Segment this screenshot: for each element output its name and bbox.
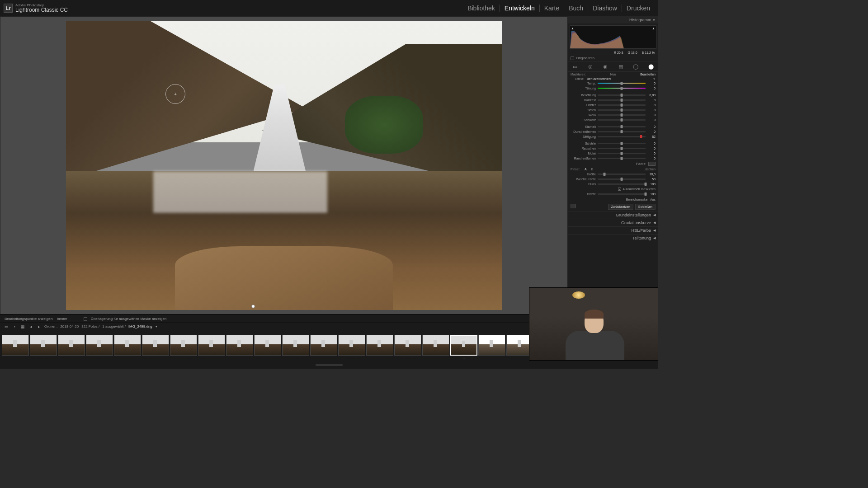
slider-dunst-entfernen[interactable]: Dunst entfernen0: [568, 129, 658, 134]
close-button[interactable]: Schließen: [635, 204, 656, 210]
panel-teiltonung[interactable]: Teiltonung◀: [568, 234, 658, 242]
color-row: Farbe: [568, 161, 658, 167]
thumbnail[interactable]: [2, 335, 29, 356]
thumbnail[interactable]: [226, 335, 253, 356]
brush-b-button[interactable]: B: [591, 168, 594, 171]
brush-cursor-icon: [165, 84, 185, 104]
panel-gradationskurve[interactable]: Gradationskurve◀: [568, 219, 658, 226]
automask-row[interactable]: ✓ Automatisch maskieren: [568, 187, 658, 192]
slider-weiche-kante[interactable]: Weiche Kante50: [568, 177, 658, 182]
thumbnail[interactable]: [198, 335, 225, 356]
thumbnail[interactable]: [30, 335, 57, 356]
radial-tool-icon[interactable]: ◯: [632, 63, 639, 70]
thumbnail[interactable]: [366, 335, 393, 356]
chevron-down-icon[interactable]: ▼: [155, 325, 158, 328]
effect-selector[interactable]: Effekt: Benutzerdefiniert ▼: [568, 77, 658, 81]
reset-button[interactable]: Zurücksetzen: [608, 204, 633, 210]
slider-kontrast[interactable]: Kontrast0: [568, 98, 658, 103]
mask-new-button[interactable]: Neu: [610, 73, 616, 76]
chevron-down-icon: ▼: [652, 19, 656, 22]
develop-panel: Histogramm ▼ ▲ ▲ R 20,8 G 18,0 B 11,2 % …: [568, 16, 658, 314]
thumbnail[interactable]: [282, 335, 309, 356]
panel-hsl-farbe[interactable]: HSL/Farbe◀: [568, 226, 658, 234]
current-filename: IMG_2499.dng: [128, 324, 152, 328]
slider-rauschen[interactable]: Rauschen0: [568, 146, 658, 151]
nav-diashow[interactable]: Diashow: [588, 5, 622, 12]
thumbnail[interactable]: [114, 335, 141, 356]
checkbox-icon[interactable]: [571, 56, 574, 60]
overlay-label: Überlagerung für ausgewählte Maske anzei…: [91, 317, 167, 321]
nav-buch[interactable]: Buch: [564, 5, 588, 12]
chevron-left-icon: ◀: [653, 221, 656, 225]
canvas-area[interactable]: [0, 16, 568, 314]
nav-entwickeln[interactable]: Entwickeln: [500, 5, 539, 12]
slider-wei-[interactable]: Weiß0: [568, 113, 658, 117]
module-nav: BibliothekEntwickelnKarteBuchDiashowDruc…: [463, 5, 655, 12]
slider-belichtung[interactable]: Belichtung0,00: [568, 93, 658, 98]
brush-erase-button[interactable]: Löschen: [644, 168, 656, 171]
slider-klarheit[interactable]: Klarheit0: [568, 124, 658, 129]
brush-tool-icon[interactable]: ⬤: [647, 63, 655, 70]
slider-fluss[interactable]: Fluss100: [568, 182, 658, 187]
slider-moir-[interactable]: Moiré0: [568, 151, 658, 156]
thumbnail[interactable]: [254, 335, 281, 356]
slider-t-nung[interactable]: Tönung0: [568, 86, 658, 91]
thumbnail[interactable]: [338, 335, 365, 356]
thumbnail[interactable]: [478, 335, 505, 356]
slider-gr--e[interactable]: Größe10,0: [568, 172, 658, 177]
top-bar: Lr Adobe Photoshop Lightroom Classic CC …: [0, 0, 658, 16]
panel-grundeinstellungen[interactable]: Grundeinstellungen◀: [568, 211, 658, 219]
crop-tool-icon[interactable]: ▭: [571, 63, 579, 70]
thumbnail[interactable]: [310, 335, 337, 356]
thumbnail[interactable]: [450, 335, 477, 356]
main-window-icon[interactable]: ▭: [4, 324, 9, 329]
edit-pins-value[interactable]: Immer: [57, 317, 67, 321]
nav-prev-icon[interactable]: ◂: [28, 324, 33, 329]
histogram-readout: R 20,8 G 18,0 B 11,2 %: [568, 51, 658, 55]
slider-dichte[interactable]: Dichte100: [568, 192, 658, 197]
redeye-tool-icon[interactable]: ◉: [602, 63, 609, 70]
toggle-icon[interactable]: [571, 204, 576, 208]
thumbnail[interactable]: [58, 335, 85, 356]
slider-sch-rfe[interactable]: Schärfe0: [568, 141, 658, 146]
brush-a-button[interactable]: A: [585, 168, 587, 171]
slider-s-ttigung[interactable]: Sättigung82: [568, 134, 658, 139]
histogram-header[interactable]: Histogramm ▼: [568, 16, 658, 23]
histogram[interactable]: ▲ ▲: [570, 25, 656, 49]
grid-icon[interactable]: ▦: [20, 324, 25, 329]
clip-highlights-icon[interactable]: ▲: [652, 27, 655, 30]
logo-mark-icon: Lr: [4, 4, 13, 13]
photo-preview[interactable]: [66, 21, 502, 310]
resize-handle-icon[interactable]: [316, 364, 343, 366]
nav-next-icon[interactable]: ▸: [36, 324, 42, 329]
app-logo: Lr Adobe Photoshop Lightroom Classic CC: [4, 4, 68, 13]
nav-bibliothek[interactable]: Bibliothek: [463, 5, 500, 12]
checkbox-icon[interactable]: ✓: [618, 188, 621, 191]
checkbox-icon[interactable]: [84, 317, 87, 321]
color-swatch[interactable]: [648, 162, 656, 166]
slider-tiefen[interactable]: Tiefen0: [568, 108, 658, 113]
mask-edit-button[interactable]: Bearbeiten: [640, 73, 656, 76]
thumbnail[interactable]: [422, 335, 449, 356]
gradient-tool-icon[interactable]: ▤: [617, 63, 624, 70]
edit-pins-label: Bearbeitungspunkte anzeigen:: [5, 317, 53, 321]
chevron-down-icon: ▼: [653, 78, 656, 80]
nav-karte[interactable]: Karte: [539, 5, 564, 12]
spot-tool-icon[interactable]: ◎: [587, 63, 594, 70]
thumbnail[interactable]: [142, 335, 169, 356]
thumbnail[interactable]: [170, 335, 197, 356]
slider-lichter[interactable]: Lichter0: [568, 103, 658, 108]
slider-rand-entfernen[interactable]: Rand entfernen0: [568, 156, 658, 161]
nav-drucken[interactable]: Drucken: [622, 5, 655, 12]
original-photo-row[interactable]: Originalfoto: [568, 55, 658, 61]
thumbnail[interactable]: [394, 335, 421, 356]
chevron-left-icon: ◀: [653, 229, 656, 232]
brush-header: Pinsel: A B Löschen: [568, 167, 658, 172]
range-mask-row[interactable]: Bereichsmaske : Aus: [568, 197, 658, 202]
second-window-icon[interactable]: ▫: [12, 324, 17, 329]
thumbnail[interactable]: [86, 335, 113, 356]
slider-temp-[interactable]: Temp.0: [568, 81, 658, 86]
slider-schwarz[interactable]: Schwarz0: [568, 117, 658, 122]
tool-strip: ▭ ◎ ◉ ▤ ◯ ⬤: [568, 61, 658, 72]
adjustment-pin-icon[interactable]: [251, 305, 255, 308]
